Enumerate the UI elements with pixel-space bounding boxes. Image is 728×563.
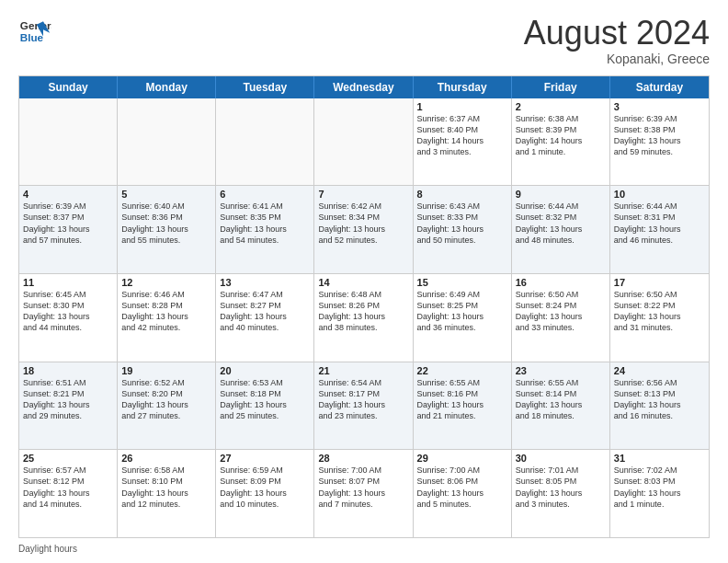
- calendar-cell-25: 25Sunrise: 6:57 AM Sunset: 8:12 PM Dayli…: [19, 450, 118, 537]
- calendar-cell-19: 19Sunrise: 6:52 AM Sunset: 8:20 PM Dayli…: [118, 362, 216, 450]
- footer-label: Daylight hours: [18, 544, 77, 554]
- day-number: 8: [417, 189, 507, 200]
- calendar-cell-5: 5Sunrise: 6:40 AM Sunset: 8:36 PM Daylig…: [118, 186, 216, 273]
- day-number: 25: [23, 453, 113, 464]
- day-number: 31: [614, 453, 705, 464]
- calendar-cell-empty-1: [118, 98, 216, 186]
- day-info: Sunrise: 6:55 AM Sunset: 8:14 PM Dayligh…: [516, 377, 606, 422]
- day-number: 23: [516, 365, 606, 376]
- day-number: 11: [23, 277, 113, 288]
- calendar-cell-3: 3Sunrise: 6:39 AM Sunset: 8:38 PM Daylig…: [610, 98, 709, 186]
- calendar-cell-2: 2Sunrise: 6:38 AM Sunset: 8:39 PM Daylig…: [512, 98, 610, 186]
- calendar-cell-20: 20Sunrise: 6:53 AM Sunset: 8:18 PM Dayli…: [216, 362, 314, 450]
- day-info: Sunrise: 6:44 AM Sunset: 8:31 PM Dayligh…: [614, 201, 705, 246]
- weekday-header-sunday: Sunday: [19, 76, 118, 98]
- day-number: 30: [516, 453, 606, 464]
- footer: Daylight hours: [18, 544, 710, 554]
- day-info: Sunrise: 6:53 AM Sunset: 8:18 PM Dayligh…: [220, 377, 310, 422]
- logo-icon: General Blue: [18, 15, 51, 48]
- day-info: Sunrise: 6:50 AM Sunset: 8:22 PM Dayligh…: [614, 289, 705, 334]
- day-number: 5: [121, 189, 211, 200]
- day-info: Sunrise: 6:39 AM Sunset: 8:38 PM Dayligh…: [614, 113, 705, 158]
- day-info: Sunrise: 6:46 AM Sunset: 8:28 PM Dayligh…: [121, 289, 211, 334]
- day-info: Sunrise: 6:52 AM Sunset: 8:20 PM Dayligh…: [121, 377, 211, 422]
- calendar-row-5: 25Sunrise: 6:57 AM Sunset: 8:12 PM Dayli…: [19, 449, 709, 537]
- calendar-cell-15: 15Sunrise: 6:49 AM Sunset: 8:25 PM Dayli…: [414, 274, 512, 362]
- calendar-row-4: 18Sunrise: 6:51 AM Sunset: 8:21 PM Dayli…: [19, 362, 709, 450]
- day-info: Sunrise: 6:56 AM Sunset: 8:13 PM Dayligh…: [614, 377, 705, 422]
- day-info: Sunrise: 6:44 AM Sunset: 8:32 PM Dayligh…: [516, 201, 606, 246]
- calendar-cell-8: 8Sunrise: 6:43 AM Sunset: 8:33 PM Daylig…: [414, 186, 512, 273]
- day-info: Sunrise: 6:42 AM Sunset: 8:34 PM Dayligh…: [318, 201, 408, 246]
- calendar-cell-21: 21Sunrise: 6:54 AM Sunset: 8:17 PM Dayli…: [314, 362, 413, 450]
- calendar-cell-30: 30Sunrise: 7:01 AM Sunset: 8:05 PM Dayli…: [512, 450, 610, 537]
- day-info: Sunrise: 6:48 AM Sunset: 8:26 PM Dayligh…: [318, 289, 408, 334]
- day-number: 19: [121, 365, 211, 376]
- day-number: 4: [23, 189, 113, 200]
- day-info: Sunrise: 6:39 AM Sunset: 8:37 PM Dayligh…: [23, 201, 113, 246]
- day-info: Sunrise: 6:51 AM Sunset: 8:21 PM Dayligh…: [23, 377, 113, 422]
- calendar-cell-empty-2: [216, 98, 314, 186]
- calendar-cell-12: 12Sunrise: 6:46 AM Sunset: 8:28 PM Dayli…: [118, 274, 216, 362]
- weekday-header-thursday: Thursday: [414, 76, 512, 98]
- day-info: Sunrise: 7:01 AM Sunset: 8:05 PM Dayligh…: [516, 465, 606, 510]
- calendar-cell-1: 1Sunrise: 6:37 AM Sunset: 8:40 PM Daylig…: [414, 98, 512, 186]
- weekday-header-tuesday: Tuesday: [216, 76, 314, 98]
- day-info: Sunrise: 7:00 AM Sunset: 8:07 PM Dayligh…: [318, 465, 408, 510]
- day-number: 2: [516, 101, 606, 112]
- day-number: 6: [220, 189, 310, 200]
- day-info: Sunrise: 6:49 AM Sunset: 8:25 PM Dayligh…: [417, 289, 507, 334]
- weekday-header-friday: Friday: [512, 76, 610, 98]
- calendar-cell-23: 23Sunrise: 6:55 AM Sunset: 8:14 PM Dayli…: [512, 362, 610, 450]
- calendar-cell-10: 10Sunrise: 6:44 AM Sunset: 8:31 PM Dayli…: [610, 186, 709, 273]
- weekday-header-wednesday: Wednesday: [314, 76, 413, 98]
- day-info: Sunrise: 6:50 AM Sunset: 8:24 PM Dayligh…: [516, 289, 606, 334]
- calendar-cell-14: 14Sunrise: 6:48 AM Sunset: 8:26 PM Dayli…: [314, 274, 413, 362]
- month-title: August 2024: [524, 15, 710, 52]
- page: General Blue August 2024 Kopanaki, Greec…: [0, 0, 728, 563]
- day-number: 29: [417, 453, 507, 464]
- weekday-header-monday: Monday: [118, 76, 216, 98]
- day-info: Sunrise: 6:37 AM Sunset: 8:40 PM Dayligh…: [417, 113, 507, 158]
- calendar-header: SundayMondayTuesdayWednesdayThursdayFrid…: [19, 76, 709, 98]
- day-number: 16: [516, 277, 606, 288]
- day-number: 18: [23, 365, 113, 376]
- day-number: 1: [417, 101, 507, 112]
- day-info: Sunrise: 6:55 AM Sunset: 8:16 PM Dayligh…: [417, 377, 507, 422]
- calendar-cell-empty-0: [19, 98, 118, 186]
- weekday-header-saturday: Saturday: [610, 76, 709, 98]
- day-info: Sunrise: 6:54 AM Sunset: 8:17 PM Dayligh…: [318, 377, 408, 422]
- calendar-row-1: 1Sunrise: 6:37 AM Sunset: 8:40 PM Daylig…: [19, 98, 709, 186]
- calendar-row-3: 11Sunrise: 6:45 AM Sunset: 8:30 PM Dayli…: [19, 273, 709, 362]
- day-info: Sunrise: 6:38 AM Sunset: 8:39 PM Dayligh…: [516, 113, 606, 158]
- calendar-cell-31: 31Sunrise: 7:02 AM Sunset: 8:03 PM Dayli…: [610, 450, 709, 537]
- calendar-cell-13: 13Sunrise: 6:47 AM Sunset: 8:27 PM Dayli…: [216, 274, 314, 362]
- day-number: 24: [614, 365, 705, 376]
- calendar-cell-4: 4Sunrise: 6:39 AM Sunset: 8:37 PM Daylig…: [19, 186, 118, 273]
- svg-text:Blue: Blue: [20, 31, 44, 43]
- day-info: Sunrise: 6:58 AM Sunset: 8:10 PM Dayligh…: [121, 465, 211, 510]
- calendar-cell-29: 29Sunrise: 7:00 AM Sunset: 8:06 PM Dayli…: [414, 450, 512, 537]
- day-number: 20: [220, 365, 310, 376]
- calendar-cell-11: 11Sunrise: 6:45 AM Sunset: 8:30 PM Dayli…: [19, 274, 118, 362]
- day-info: Sunrise: 6:47 AM Sunset: 8:27 PM Dayligh…: [220, 289, 310, 334]
- day-number: 12: [121, 277, 211, 288]
- location: Kopanaki, Greece: [524, 52, 710, 66]
- logo: General Blue: [18, 15, 51, 48]
- calendar-cell-28: 28Sunrise: 7:00 AM Sunset: 8:07 PM Dayli…: [314, 450, 413, 537]
- day-info: Sunrise: 7:02 AM Sunset: 8:03 PM Dayligh…: [614, 465, 705, 510]
- calendar-body: 1Sunrise: 6:37 AM Sunset: 8:40 PM Daylig…: [19, 98, 709, 537]
- calendar-cell-16: 16Sunrise: 6:50 AM Sunset: 8:24 PM Dayli…: [512, 274, 610, 362]
- day-number: 15: [417, 277, 507, 288]
- title-block: August 2024 Kopanaki, Greece: [524, 15, 710, 66]
- calendar-cell-24: 24Sunrise: 6:56 AM Sunset: 8:13 PM Dayli…: [610, 362, 709, 450]
- calendar-row-2: 4Sunrise: 6:39 AM Sunset: 8:37 PM Daylig…: [19, 185, 709, 273]
- calendar-cell-22: 22Sunrise: 6:55 AM Sunset: 8:16 PM Dayli…: [414, 362, 512, 450]
- day-number: 3: [614, 101, 705, 112]
- day-number: 27: [220, 453, 310, 464]
- day-info: Sunrise: 6:59 AM Sunset: 8:09 PM Dayligh…: [220, 465, 310, 510]
- day-number: 9: [516, 189, 606, 200]
- day-info: Sunrise: 7:00 AM Sunset: 8:06 PM Dayligh…: [417, 465, 507, 510]
- day-number: 17: [614, 277, 705, 288]
- day-number: 10: [614, 189, 705, 200]
